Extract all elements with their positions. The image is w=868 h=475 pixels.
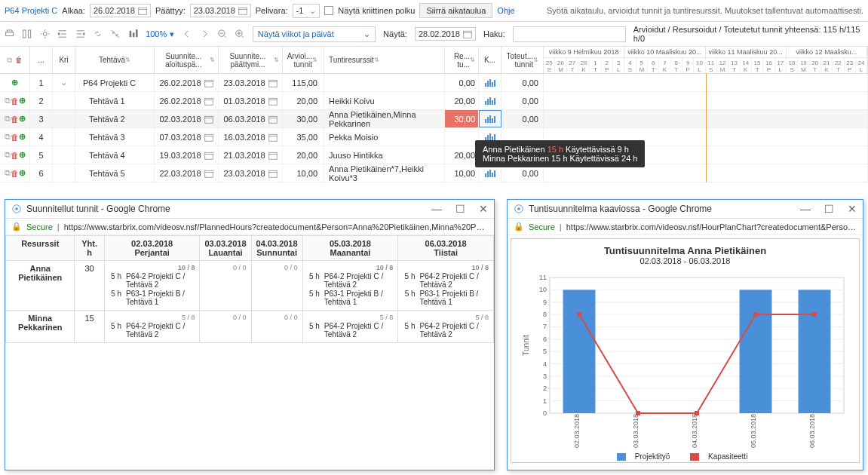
trash-icon[interactable]: 🗑 [15, 56, 23, 64]
shift-schedule-button[interactable]: Siirrä aikataulua [419, 3, 492, 18]
trash-icon[interactable]: 🗑 [11, 133, 19, 142]
table-row[interactable]: ⧉ 🗑 ⊕ 2 Tehtävä 1 26.02.2018 01.03.2018 … [0, 92, 868, 110]
col-resource-hours[interactable]: Re... tu... [445, 47, 479, 73]
calendar-icon[interactable] [204, 115, 213, 124]
col-end[interactable]: Suunnite... päättymi... [219, 47, 283, 73]
estimated-hours[interactable]: 30,00 [283, 110, 324, 127]
calendar-icon[interactable] [268, 169, 278, 178]
search-input[interactable] [513, 26, 626, 42]
task-name[interactable]: Tehtävä 3 [75, 128, 155, 146]
add-icon[interactable]: ⊕ [19, 150, 26, 160]
bars-icon[interactable] [128, 29, 138, 39]
task-name[interactable]: Tehtävä 5 [75, 164, 155, 182]
zoom-control[interactable]: 100% ▾ [146, 29, 174, 39]
calendar-icon[interactable] [268, 97, 278, 106]
resource-hours[interactable]: 30,00 [445, 110, 479, 127]
trash-icon[interactable]: 🗑 [11, 151, 19, 160]
resources-cell[interactable] [324, 74, 445, 91]
bar-chart-icon[interactable] [484, 169, 496, 178]
trash-icon[interactable]: 🗑 [11, 97, 19, 106]
resources-cell[interactable]: Juuso Hintikka [324, 146, 445, 164]
start-date-cell[interactable]: 22.03.2018 [155, 164, 219, 182]
add-icon[interactable]: ⊕ [19, 132, 26, 142]
print-icon[interactable] [5, 29, 14, 39]
resource-hours[interactable] [445, 128, 479, 146]
bar-chart-icon[interactable] [484, 78, 496, 87]
close-icon[interactable]: ✕ [479, 203, 488, 215]
resource-hours[interactable]: 10,00 [445, 164, 479, 182]
collapse-icon[interactable]: ⌄ [60, 78, 67, 87]
copy-icon[interactable]: ⧉ [5, 132, 11, 142]
buffer-input[interactable]: -1 ⌄ [293, 4, 321, 18]
estimated-hours[interactable]: 115,00 [283, 74, 324, 91]
col-task[interactable]: Tehtävä [75, 47, 155, 73]
col-start[interactable]: Suunnite... aloituspä... [155, 47, 219, 73]
maximize-icon[interactable]: ☐ [455, 203, 465, 215]
start-date-cell[interactable]: 07.03.2018 [155, 128, 219, 146]
resource-hours[interactable]: 20,00 [445, 92, 479, 109]
col-sequence[interactable]: ... [30, 47, 53, 73]
col-estimated[interactable]: Arvioi... tunnit [283, 47, 324, 73]
maximize-icon[interactable]: ☐ [824, 203, 834, 215]
critical-path-checkbox[interactable] [324, 6, 333, 15]
copy-icon[interactable]: ⧉ [7, 56, 12, 65]
add-icon[interactable]: ⊕ [19, 96, 26, 106]
end-date-cell[interactable]: 01.03.2018 [219, 92, 283, 109]
table-row[interactable]: ⧉ 🗑 ⊕ 3 Tehtävä 2 02.03.2018 06.03.2018 … [0, 110, 868, 128]
calendar-icon[interactable] [268, 151, 278, 160]
start-date-cell[interactable]: 19.03.2018 [155, 146, 219, 164]
calendar-icon[interactable] [204, 97, 213, 106]
task-name[interactable]: Tehtävä 1 [75, 92, 155, 109]
estimated-hours[interactable]: 20,00 [283, 92, 324, 109]
unlink-icon[interactable] [110, 29, 120, 39]
view-mode-select[interactable]: Näytä viikot ja päivät ⌄ [253, 26, 376, 42]
end-date-input[interactable]: 23.03.2018 [190, 4, 251, 17]
zoom-in-icon[interactable] [235, 29, 244, 39]
col-critical[interactable]: Kri [53, 47, 75, 73]
calendar-icon[interactable] [204, 133, 213, 142]
start-date-input[interactable]: 26.02.2018 [90, 4, 151, 17]
calendar-icon[interactable] [204, 78, 213, 87]
copy-icon[interactable]: ⧉ [5, 114, 11, 124]
bar-chart-icon[interactable] [484, 97, 496, 106]
estimated-hours[interactable]: 10,00 [283, 164, 324, 182]
resources-cell[interactable]: Pekka Moisio [324, 128, 445, 146]
table-row[interactable]: ⧉ 🗑 ⊕ 4 Tehtävä 3 07.03.2018 16.03.2018 … [0, 128, 868, 146]
table-row[interactable]: ⊕ 1 ⌄ P64 Projekti C 26.02.2018 23.03.20… [0, 74, 868, 92]
help-link[interactable]: Ohje [497, 6, 514, 15]
end-date-cell[interactable]: 16.03.2018 [219, 128, 283, 146]
actual-hours[interactable]: 0,00 [501, 74, 544, 91]
calendar-icon[interactable] [204, 169, 213, 178]
actual-hours[interactable]: 0,00 [501, 92, 544, 109]
close-icon[interactable]: ✕ [848, 203, 857, 215]
resources-cell[interactable]: Heikki Koivu [324, 92, 445, 109]
estimated-hours[interactable]: 35,00 [283, 128, 324, 146]
start-date-cell[interactable]: 02.03.2018 [155, 110, 219, 127]
indent-left-icon[interactable] [57, 29, 67, 39]
table-row[interactable]: ⧉ 🗑 ⊕ 6 Tehtävä 5 22.03.2018 23.03.2018 … [0, 164, 868, 182]
col-resources[interactable]: Tuntiresurssit [324, 47, 445, 73]
calendar-icon[interactable] [268, 133, 278, 142]
trash-icon[interactable]: 🗑 [11, 169, 19, 178]
calendar-icon[interactable] [268, 78, 278, 87]
start-date-cell[interactable]: 26.02.2018 [155, 74, 219, 91]
actual-hours[interactable]: 0,00 [501, 110, 544, 127]
calendar-icon[interactable] [268, 115, 278, 124]
resources-cell[interactable]: Anna Pietikäinen,Minna Pekkarinen [324, 110, 445, 127]
task-name[interactable]: Tehtävä 2 [75, 110, 155, 127]
column-icon[interactable] [22, 29, 32, 39]
project-link[interactable]: P64 Projekti C [5, 6, 57, 15]
copy-icon[interactable]: ⧉ [5, 150, 11, 160]
task-name[interactable]: P64 Projekti C [75, 74, 155, 91]
start-date-cell[interactable]: 26.02.2018 [155, 92, 219, 109]
copy-icon[interactable]: ⧉ [5, 168, 11, 178]
add-icon[interactable]: ⊕ [19, 114, 26, 124]
resources-cell[interactable]: Anna Pietikäinen*7,Heikki Koivu*3 [324, 164, 445, 182]
end-date-cell[interactable]: 06.03.2018 [219, 110, 283, 127]
link-icon[interactable] [93, 29, 103, 39]
end-date-cell[interactable]: 21.03.2018 [219, 146, 283, 164]
chevron-right-icon[interactable] [200, 29, 210, 39]
add-icon[interactable]: ⊕ [19, 168, 26, 178]
table-row[interactable]: ⧉ 🗑 ⊕ 5 Tehtävä 4 19.03.2018 21.03.2018 … [0, 146, 868, 164]
col-actual[interactable]: Toteut... tunnit [501, 47, 544, 73]
